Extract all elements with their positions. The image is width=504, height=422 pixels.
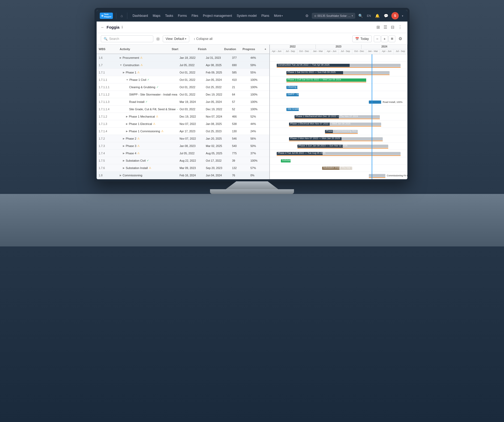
table-view-icon[interactable]: ☰ [382,24,388,31]
user-menu-chevron[interactable]: ▾ [401,13,404,18]
search-icon: 🔍 [104,37,108,41]
nav-system-model[interactable]: System model [235,12,259,19]
gantt-bar-label: Substation Install Thu Mar 09 2023 — Wed… [323,166,382,169]
expand-icon[interactable]: ▶ [123,137,125,140]
app-area: ← Foggia ℹ ⊞ ☰ ⊟ ⋮ 🔍 Search [97,22,407,179]
table-row[interactable]: 1.8 ▶ Commissioning Feb 16, 2024 Jun 04,… [97,172,269,179]
search-box[interactable]: 🔍 Search [101,35,153,42]
nav-forms[interactable]: Forms [176,12,189,19]
expand-icon[interactable]: ▶ [120,56,122,59]
print-icon[interactable]: ⊟ [390,24,395,31]
app-logo[interactable]: ⊞ TaskMapper [100,13,113,19]
gantt-bar[interactable]: Substation Install Thu Mar 09 2023 — Wed… [322,167,352,170]
gantt-bar[interactable]: Phase 1 Mechanical Mon Dec 19 2022 — Thu… [295,115,380,118]
filter-icon[interactable]: ⊟ [155,36,161,42]
today-button[interactable]: 📅 Today [352,35,372,42]
gantt-bar[interactable]: Site Grade, Cut & Fill, Seed & Straw, 10… [286,108,299,111]
table-row[interactable]: 1.7.1.1.2 SWPP - Site Stormwater - Insta… [97,91,269,98]
gantt-bar[interactable]: Substation Civil Mon Aug 22 2022 — Mon O… [281,159,291,162]
collapse-icon[interactable]: ▼ [126,78,128,81]
today-line [372,54,372,179]
check-icon: ✓ [147,159,149,162]
table-row[interactable]: 1.6 ▶ Procurement ⚠ Jan 18, 2022 Jul 31,… [97,54,269,61]
cell-duration: 546 [230,137,248,140]
table-row[interactable]: 1.7.1.1.1 Clearing & Grubbing ✓ Oct 01, … [97,83,269,91]
monitor-base [210,189,294,194]
expand-icon[interactable]: ▶ [123,167,125,169]
project-selector[interactable]: ⊙ 00135 Southlake Solar: ... ▾ [312,13,355,19]
nav-files[interactable]: Files [190,12,200,19]
nav-maps[interactable]: Maps [151,12,162,19]
view-selector[interactable]: View: Default ▾ [163,35,189,42]
cell-activity: ▶ Substation Civil ✓ [118,159,177,162]
expand-icon[interactable]: ▶ [123,159,125,162]
language-selector[interactable]: EN [366,14,372,18]
fit-button[interactable]: ⊞ [388,35,395,42]
gantt-bar[interactable]: Phase 4 Tue Jul 05 2022 — Tue Aug 05 202… [277,152,401,155]
grid-view-icon[interactable]: ⊞ [375,24,381,31]
expand-icon[interactable]: ▶ [126,115,128,118]
zoom-out-button[interactable]: − [374,35,381,42]
table-row[interactable]: 1.7.1.2 ▶ Phase 1 Mechanical ⚠ Dec 19, 2… [97,113,269,120]
gantt-bar[interactable] [369,101,381,104]
expand-icon[interactable]: ▶ [123,152,125,155]
info-icon[interactable]: ℹ [122,25,123,29]
expand-icon[interactable]: ▶ [126,123,128,125]
table-row[interactable]: 1.7.4 ▶ Phase 4 ⚠ Jul 05, 2022 Aug 05, 2… [97,150,269,157]
gantt-bar[interactable]: Phase 1 Civil Sat Oct 01 2022 — Wed Jun … [286,78,366,82]
gantt-bar[interactable]: Phase 1 Commissioning Mon Apr 17 2023 — … [325,130,358,133]
check-icon: ✓ [156,86,159,88]
expand-icon[interactable]: ▶ [126,130,128,133]
gantt-bar[interactable]: Phase 3 Sun Jan 08 2023 — Sun Mar 02 202… [297,145,388,148]
nav-project-mgmt[interactable]: Project management [201,12,234,19]
search-nav-icon[interactable]: 🔍 [357,13,364,19]
activity-name: Phase 1 Mechanical [129,115,155,118]
settings-icon[interactable]: ⚙ [304,13,310,19]
table-row[interactable]: 1.7.2 ▶ Phase 2 ⚠ Nov 07, 2022 Jan 20, 2… [97,135,269,142]
notification-icon[interactable]: 🔔 [374,13,381,19]
nav-plans[interactable]: Plans [259,12,271,19]
table-row[interactable]: 1.7.5 ▶ Substation Civil ✓ Aug 22, 2022 … [97,157,269,164]
table-row[interactable]: 1.7.1.3 ▶ Phase 1 Electrical ⚠ Nov 07, 2… [97,120,269,128]
back-button[interactable]: ← [101,25,104,29]
user-avatar[interactable]: S [391,12,399,19]
gantt-row: Substation Install Thu Mar 09 2023 — Wed… [270,165,407,172]
table-row[interactable]: 1.7.1.4 ▶ Phase 1 Commissioning ⚠ Apr 17… [97,128,269,135]
table-row[interactable]: 1.7.1 ▶ Phase 1 ⚠ Oct 01, 2022 Feb 09, 2… [97,69,269,76]
nav-more[interactable]: More▾ [272,12,285,19]
gantt-row: Phase 4 Tue Jul 05 2022 — Tue Aug 05 202… [270,150,407,157]
zoom-in-button[interactable]: + [381,35,388,42]
collapse-icon[interactable]: ▼ [120,64,122,66]
cell-progress: 24% [248,130,269,133]
expand-icon[interactable]: ▶ [123,145,125,147]
table-row[interactable]: 1.7 ▼ Construction ⚠ Jul 05, 2022 Apr 08… [97,61,269,69]
gantt-bar[interactable]: Construction Tue Jul 05 2022 — Tue Apr 0… [277,64,401,67]
gantt-bar[interactable]: Phase 1 Sat Oct 01 2022 — Sun Feb 09 202… [286,71,390,74]
col-add[interactable]: + [261,48,269,51]
table-row[interactable]: 1.7.1.1 ▼ Phase 1 Civil ✓ Oct 01, 2022 J… [97,76,269,83]
gantt-settings-icon[interactable]: ⚙ [397,35,403,42]
gantt-bar[interactable] [369,174,385,177]
table-row[interactable]: 1.7.3 ▶ Phase 3 ⚠ Jan 08, 2023 Mar 02, 2… [97,142,269,150]
cell-wbs: 1.7.4 [97,152,118,155]
table-row[interactable]: 1.7.6 ▶ Substation Install ⚠ Mar 09, 202… [97,164,269,172]
cell-start: Oct 01, 2022 [177,78,204,81]
gantt-bar[interactable]: Phase 1 Electrical Mon Nov 07 2022 — Wed… [289,123,381,126]
gantt-bar[interactable]: Phase 2 Mon Nov 07 2022 — Mon Jan 20 202… [289,137,382,140]
more-options-icon[interactable]: ⋮ [397,24,403,31]
table-row[interactable]: 1.7.1.1.3 Road Install ✓ Mar 19, 2024 Ju… [97,98,269,106]
gantt-bar[interactable]: SWPP - Site Stormwater - Install measure… [286,93,299,96]
collapse-all-button[interactable]: ↕ Collapse all [191,36,214,42]
expand-icon[interactable]: ▶ [123,71,125,74]
year-2022: 2022 [270,45,316,49]
chat-icon[interactable]: 💬 [383,13,389,19]
nav-tasks[interactable]: Tasks [163,12,175,19]
home-icon[interactable]: ⌂ [119,13,124,19]
gantt-bar[interactable]: Clearing & Grubbing, 100% [286,86,297,89]
gantt-table: WBS Activity Start Finish Duration Progr… [97,45,270,179]
expand-icon[interactable]: ▶ [120,174,122,177]
table-row[interactable]: 1.7.1.1.4 Site Grade, Cut & Fill, Seed &… [97,106,269,113]
nav-dashboard[interactable]: Dashboard [130,12,150,19]
activity-name: Phase 1 [126,71,136,74]
year-2023: 2023 [316,45,362,49]
